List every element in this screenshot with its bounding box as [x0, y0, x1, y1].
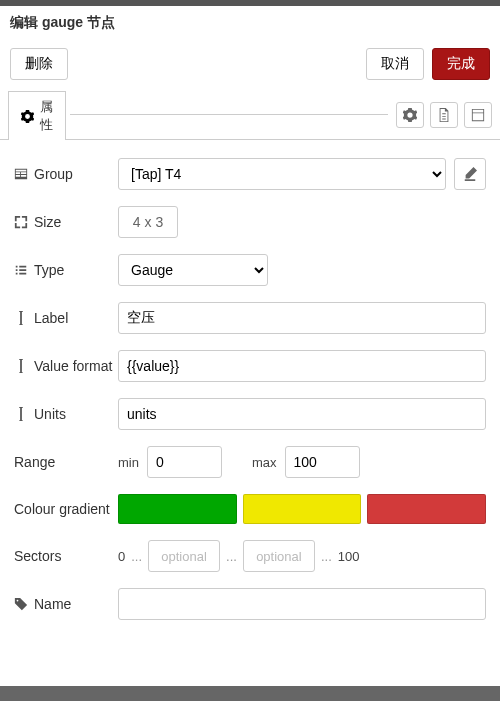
resize-icon — [14, 215, 28, 229]
colour-label: Colour gradient — [14, 501, 118, 517]
range-min-label: min — [118, 455, 139, 470]
range-max-input[interactable] — [285, 446, 360, 478]
node-appearance-button[interactable] — [464, 102, 492, 128]
node-settings-button[interactable] — [396, 102, 424, 128]
range-label: Range — [14, 454, 118, 470]
group-label: Group — [14, 166, 118, 182]
text-cursor-icon — [14, 359, 28, 373]
text-cursor-icon — [14, 407, 28, 421]
valueformat-label: Value format — [14, 358, 118, 374]
dots-icon: ... — [131, 549, 142, 564]
label-label: Label — [14, 310, 118, 326]
tag-icon — [14, 597, 28, 611]
name-input[interactable] — [118, 588, 486, 620]
label-input[interactable] — [118, 302, 486, 334]
colour-3-swatch[interactable] — [367, 494, 486, 524]
units-label: Units — [14, 406, 118, 422]
done-button[interactable]: 完成 — [432, 48, 490, 80]
file-icon — [437, 108, 451, 122]
dots-icon: ... — [321, 549, 332, 564]
dots-icon: ... — [226, 549, 237, 564]
layout-icon — [471, 108, 485, 122]
table-icon — [14, 167, 28, 181]
type-label: Type — [14, 262, 118, 278]
gear-icon — [403, 108, 417, 122]
colour-2-swatch[interactable] — [243, 494, 362, 524]
sectors-end: 100 — [338, 549, 360, 564]
sector-1-input[interactable] — [148, 540, 220, 572]
units-input[interactable] — [118, 398, 486, 430]
type-select[interactable]: Gauge — [118, 254, 268, 286]
gear-icon — [21, 110, 34, 123]
range-max-label: max — [252, 455, 277, 470]
range-min-input[interactable] — [147, 446, 222, 478]
list-icon — [14, 263, 28, 277]
size-label: Size — [14, 214, 118, 230]
sector-2-input[interactable] — [243, 540, 315, 572]
cancel-button[interactable]: 取消 — [366, 48, 424, 80]
edit-group-button[interactable] — [454, 158, 486, 190]
sectors-start: 0 — [118, 549, 125, 564]
delete-button[interactable]: 删除 — [10, 48, 68, 80]
page-footer: Node-RED系列（十五）： 工业仪表盘开发 — [0, 686, 500, 701]
pencil-icon — [463, 167, 477, 181]
tab-properties-label: 属性 — [40, 98, 53, 134]
sectors-label: Sectors — [14, 548, 118, 564]
colour-1-swatch[interactable] — [118, 494, 237, 524]
valueformat-input[interactable] — [118, 350, 486, 382]
dialog-title: 编辑 gauge 节点 — [0, 6, 500, 40]
size-input[interactable] — [118, 206, 178, 238]
group-select[interactable]: [Tap] T4 — [118, 158, 446, 190]
text-cursor-icon — [14, 311, 28, 325]
node-docs-button[interactable] — [430, 102, 458, 128]
name-label: Name — [14, 596, 118, 612]
tab-properties[interactable]: 属性 — [8, 91, 66, 140]
